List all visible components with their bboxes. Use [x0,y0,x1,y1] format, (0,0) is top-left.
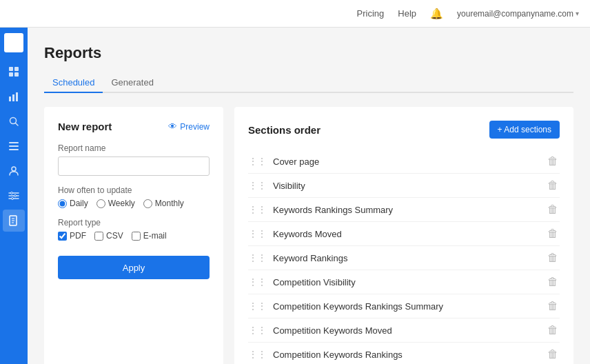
type-csv-label[interactable]: CSV [94,231,123,241]
frequency-daily-text: Daily [70,199,88,208]
svg-rect-7 [14,72,19,77]
delete-section-button[interactable]: 🗑 [546,252,560,264]
user-chevron-icon: ▾ [576,10,579,17]
frequency-daily-radio[interactable] [58,199,67,208]
tab-scheduled[interactable]: Scheduled [44,73,103,93]
drag-handle-icon[interactable]: ⋮⋮ [248,252,266,263]
section-name: Keywords Rankings Summary [273,205,546,215]
sections-list: ⋮⋮ Cover page 🗑 ⋮⋮ Visibility 🗑 ⋮⋮ Keywo… [248,150,560,364]
section-list-item: ⋮⋮ Keyword Rankings 🗑 [248,246,560,270]
drag-handle-icon[interactable]: ⋮⋮ [248,204,266,215]
section-name: Competition Keywords Rankings Summary [273,301,546,312]
delete-section-button[interactable]: 🗑 [546,179,560,192]
svg-rect-4 [9,67,13,71]
sidebar-item-dashboard[interactable] [3,61,25,83]
tab-generated[interactable]: Generated [103,73,161,93]
report-type-label: Report type [58,218,210,228]
section-list-item: ⋮⋮ Keywords Rankings Summary 🗑 [248,198,560,222]
new-report-card: New report 👁 Preview Report name How oft… [44,107,223,364]
drag-handle-icon[interactable]: ⋮⋮ [248,276,266,287]
report-name-input[interactable] [58,156,210,176]
svg-point-20 [11,192,13,194]
new-report-header: New report 👁 Preview [58,121,210,132]
drag-handle-icon[interactable]: ⋮⋮ [248,228,266,239]
delete-section-button[interactable]: 🗑 [546,300,560,312]
frequency-monthly-label[interactable]: Monthly [143,199,184,208]
section-name: Cover page [273,156,546,167]
frequency-monthly-radio[interactable] [143,199,152,208]
type-csv-checkbox[interactable] [94,232,103,241]
type-email-label[interactable]: E-mail [132,231,167,241]
drag-handle-icon[interactable]: ⋮⋮ [248,325,266,336]
delete-section-button[interactable]: 🗑 [546,155,560,168]
sections-order-card: Sections order + Add sections ⋮⋮ Cover p… [234,107,573,364]
svg-rect-15 [9,149,19,150]
drag-handle-icon[interactable]: ⋮⋮ [248,180,266,191]
report-name-group: Report name [58,143,210,176]
report-name-label: Report name [58,143,210,153]
type-pdf-checkbox[interactable] [58,232,67,241]
delete-section-button[interactable]: 🗑 [546,228,560,240]
delete-section-button[interactable]: 🗑 [546,203,560,216]
sections-title: Sections order [248,124,321,136]
svg-point-21 [14,195,17,197]
svg-rect-8 [9,97,11,101]
delete-section-button[interactable]: 🗑 [546,276,560,288]
logo [4,33,23,52]
sidebar-item-reports[interactable] [3,210,25,232]
pricing-link[interactable]: Pricing [357,8,385,19]
section-list-item: ⋮⋮ Cover page 🗑 [248,150,560,174]
svg-point-16 [12,167,16,171]
frequency-weekly-text: Weekly [108,199,135,208]
add-sections-button[interactable]: + Add sections [489,121,560,139]
section-list-item: ⋮⋮ Keywords Moved 🗑 [248,222,560,246]
type-csv-text: CSV [106,231,123,241]
main-content: Reports Scheduled Generated New report 👁… [28,28,590,364]
report-type-group: Report type PDF CSV E-mail [58,218,210,241]
drag-handle-icon[interactable]: ⋮⋮ [248,349,266,360]
frequency-daily-label[interactable]: Daily [58,199,88,208]
tabs: Scheduled Generated [44,73,573,93]
frequency-weekly-radio[interactable] [96,199,105,208]
section-name: Keyword Rankings [273,253,546,263]
svg-point-22 [12,198,14,200]
notification-bell-icon[interactable]: 🔔 [430,8,443,20]
section-name: Competition Keywords Moved [273,325,546,336]
section-name: Keywords Moved [273,229,546,239]
report-type-checkbox-group: PDF CSV E-mail [58,231,210,241]
sidebar-item-users[interactable] [3,160,25,182]
drag-handle-icon[interactable]: ⋮⋮ [248,301,266,312]
preview-icon: 👁 [168,121,177,132]
apply-button[interactable]: Apply [58,256,210,279]
sidebar-item-list[interactable] [3,135,25,157]
section-list-item: ⋮⋮ Visibility 🗑 [248,174,560,198]
delete-section-button[interactable]: 🗑 [546,348,560,361]
type-pdf-label[interactable]: PDF [58,231,86,241]
svg-rect-0 [8,37,12,41]
new-report-title-text: New report [58,121,112,132]
type-email-checkbox[interactable] [132,232,141,241]
drag-handle-icon[interactable]: ⋮⋮ [248,156,266,167]
frequency-weekly-label[interactable]: Weekly [96,199,135,208]
section-name: Competition Keywords Rankings [273,350,546,360]
delete-section-button[interactable]: 🗑 [546,324,560,336]
svg-rect-2 [8,44,12,48]
sidebar-item-analytics[interactable] [3,85,25,108]
update-frequency-label: How often to update [58,185,210,195]
user-menu[interactable]: youremail@companyname.com ▾ [457,9,579,19]
type-email-text: E-mail [143,231,167,241]
sidebar [0,28,28,364]
help-link[interactable]: Help [398,8,416,19]
sidebar-item-settings[interactable] [3,185,25,207]
sidebar-item-search[interactable] [3,110,25,132]
section-list-item: ⋮⋮ Competition Visibility 🗑 [248,270,560,294]
user-email: youremail@companyname.com [457,9,573,19]
svg-rect-14 [9,145,19,147]
preview-link[interactable]: 👁 Preview [168,121,210,132]
section-list-item: ⋮⋮ Competition Keywords Rankings Summary… [248,294,560,318]
preview-label: Preview [180,122,210,132]
page-title: Reports [44,44,573,62]
svg-rect-5 [14,67,19,71]
svg-rect-13 [9,142,19,143]
section-name: Competition Visibility [273,277,546,287]
